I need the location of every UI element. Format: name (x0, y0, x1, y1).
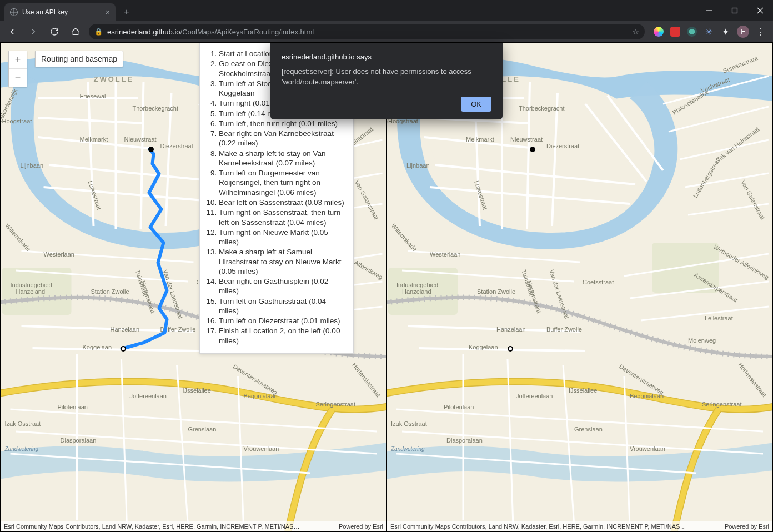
direction-step: Turn left on Diezerstraat (0.01 miles) (219, 316, 347, 325)
marker-start-left (148, 147, 154, 152)
window-controls (696, 0, 773, 21)
dialog-ok-button[interactable]: OK (461, 97, 491, 112)
zoom-control-left: + − (8, 51, 27, 87)
direction-step: Turn right on Nieuwe Markt (0.05 miles) (219, 228, 347, 247)
reload-button[interactable] (47, 24, 62, 39)
tab-close-icon[interactable]: × (106, 8, 110, 17)
browser-toolbar: 🔒 esrinederland.github.io/CoolMaps/ApiKe… (0, 21, 773, 42)
attribution-powered: Powered by Esri (725, 523, 769, 530)
profile-avatar[interactable]: F (737, 26, 749, 38)
lock-icon: 🔒 (94, 28, 103, 36)
extension-icon-3[interactable] (687, 27, 697, 37)
direction-step: Turn right on Sassenstraat, then turn le… (219, 208, 347, 227)
extension-icon-1[interactable] (654, 27, 664, 37)
toggle-routing-basemap[interactable]: Routing and basemap (35, 51, 123, 67)
url-host: esrinederland.github.io (107, 28, 180, 36)
attribution-powered: Powered by Esri (339, 523, 383, 530)
window-minimize-button[interactable] (696, 0, 722, 21)
direction-step: Make a sharp left to stay on Van Karnebe… (219, 149, 347, 168)
extension-icon-4[interactable]: ✳ (704, 27, 714, 37)
direction-step: Bear right on Van Karnebeekstraat (0.22 … (219, 129, 347, 148)
window-maximize-button[interactable] (722, 0, 747, 21)
attribution-text: Esri Community Maps Contributors, Land N… (390, 523, 686, 530)
direction-step: Bear left on Sassenstraat (0.03 miles) (219, 198, 347, 207)
new-tab-button[interactable]: + (119, 4, 134, 20)
javascript-alert-dialog: esrinederland.github.io says [request:se… (270, 43, 503, 119)
zoom-in-button[interactable]: + (9, 51, 27, 69)
attribution-text: Esri Community Maps Contributors, Land N… (4, 523, 299, 530)
svg-rect-1 (732, 8, 737, 13)
address-bar[interactable]: 🔒 esrinederland.github.io/CoolMaps/ApiKe… (89, 24, 645, 39)
marker-end-right (508, 346, 513, 352)
window-close-button[interactable] (747, 0, 773, 21)
direction-step: Bear right on Gasthuisplein (0.02 miles) (219, 277, 347, 296)
direction-step: Make a sharp left at Samuel Hirschstraat… (219, 247, 347, 276)
bookmark-star-icon[interactable]: ☆ (633, 28, 639, 36)
home-button[interactable] (68, 24, 83, 39)
url-text: esrinederland.github.io/CoolMaps/ApiKeys… (107, 28, 314, 36)
globe-icon (10, 8, 18, 16)
extension-icon-2[interactable] (670, 27, 680, 37)
url-path: /CoolMaps/ApiKeysForRouting/index.html (180, 28, 314, 36)
dialog-heading: esrinederland.github.io says (282, 53, 491, 61)
marker-end-left (121, 346, 126, 352)
marker-start-right (530, 147, 535, 152)
extension-icons: ✳ ✦ F ⋮ (650, 26, 769, 38)
browser-tab-active[interactable]: Use an API key × (4, 3, 116, 21)
attribution-left: Esri Community Maps Contributors, Land N… (1, 521, 386, 531)
forward-button[interactable] (26, 24, 41, 39)
attribution-right: Esri Community Maps Contributors, Land N… (387, 521, 772, 531)
kebab-menu-icon[interactable]: ⋮ (756, 27, 765, 37)
dialog-message: [request:server]: User does not have per… (282, 67, 491, 88)
direction-step: Turn left on Gasthuisstraat (0.04 miles) (219, 297, 347, 316)
extensions-puzzle-icon[interactable]: ✦ (720, 27, 730, 37)
tab-title: Use an API key (22, 8, 68, 16)
page-content: ZWOLLE Friesewal Thorbeckegracht Panneko… (0, 42, 773, 532)
direction-step: Turn left, then turn right (0.01 miles) (219, 119, 347, 128)
direction-step: Finish at Location 2, on the left (0.00 … (219, 326, 347, 345)
tab-strip: Use an API key × + (0, 0, 134, 21)
direction-step: Turn left on Burgemeester van Roijensing… (219, 168, 347, 197)
browser-titlebar: Use an API key × + (0, 0, 773, 21)
zoom-out-button[interactable]: − (9, 69, 27, 87)
back-button[interactable] (4, 24, 20, 39)
